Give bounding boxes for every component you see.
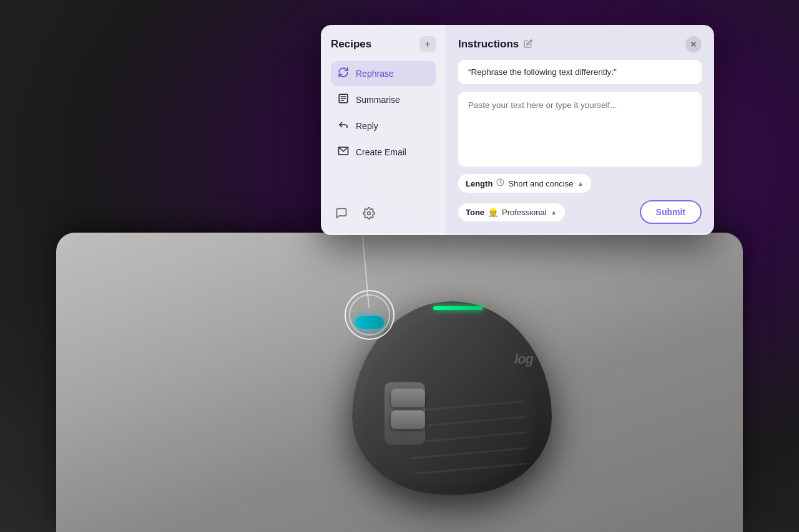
mouse-thumb-button-1[interactable] — [391, 389, 425, 407]
recipe-item-reply[interactable]: Reply — [331, 114, 436, 138]
rephrase-icon — [337, 67, 350, 80]
chevron-up-icon-tone: ▲ — [551, 208, 557, 216]
recipe-item-rephrase[interactable]: Rephrase — [331, 61, 436, 86]
instructions-panel: Instructions ✕ “Rephrase the following t… — [446, 25, 714, 235]
tone-label: Tone — [466, 208, 484, 217]
settings-button[interactable] — [358, 203, 380, 224]
instructions-header: Instructions ✕ — [458, 36, 702, 52]
recipes-header: Recipes + — [331, 36, 436, 52]
submit-button[interactable]: Submit — [640, 200, 702, 224]
instruction-quote: “Rephrase the following text differently… — [458, 60, 702, 84]
recipe-label-rephrase: Rephrase — [356, 69, 394, 79]
close-button[interactable]: ✕ — [685, 36, 702, 52]
email-icon — [337, 145, 350, 159]
tone-emoji: 👷 — [488, 208, 498, 217]
recipe-item-create-email[interactable]: Create Email — [331, 140, 436, 165]
mouse-ridge-2 — [411, 447, 527, 459]
mouse-ridge-1 — [414, 463, 527, 475]
recipe-label-summarise: Summarise — [356, 95, 400, 105]
recipes-title: Recipes — [331, 38, 371, 51]
svg-point-5 — [368, 212, 371, 215]
length-label: Length — [466, 179, 493, 188]
mouse-ridge-5 — [408, 400, 526, 412]
dialog-main: Recipes + Rephrase — [321, 25, 714, 235]
text-input[interactable] — [458, 92, 702, 167]
controls-row: Length Short and concise ▲ — [458, 174, 702, 193]
dialog-wrapper: Recipes + Rephrase — [321, 25, 714, 235]
mouse-container: log — [321, 283, 583, 495]
recipe-item-summarise[interactable]: Summarise — [331, 87, 436, 112]
tone-value: Professional — [502, 208, 547, 217]
mouse-circle-inner — [349, 294, 390, 336]
chevron-up-icon: ▲ — [577, 180, 584, 187]
reply-icon — [337, 119, 350, 133]
chat-button[interactable] — [331, 203, 352, 224]
mouse-ridge-3 — [408, 432, 527, 444]
mouse-teal-button[interactable] — [355, 316, 384, 329]
clock-icon — [496, 178, 504, 188]
recipes-panel: Recipes + Rephrase — [321, 25, 446, 235]
mouse-logo: log — [514, 351, 533, 367]
instructions-title: Instructions — [458, 38, 532, 51]
edit-icon[interactable] — [524, 39, 532, 50]
recipe-label-reply: Reply — [356, 121, 378, 131]
length-value: Short and concise — [508, 179, 573, 188]
tone-control[interactable]: Tone 👷 Professional ▲ — [458, 203, 565, 221]
tone-row: Tone 👷 Professional ▲ Submit — [458, 200, 702, 224]
recipe-label-create-email: Create Email — [356, 147, 406, 157]
mouse-led — [433, 306, 483, 310]
recipes-footer — [331, 196, 436, 224]
add-recipe-button[interactable]: + — [419, 36, 436, 52]
mouse-thumb-button-2[interactable] — [391, 410, 425, 429]
length-control[interactable]: Length Short and concise ▲ — [458, 174, 591, 193]
summarise-icon — [337, 93, 350, 107]
